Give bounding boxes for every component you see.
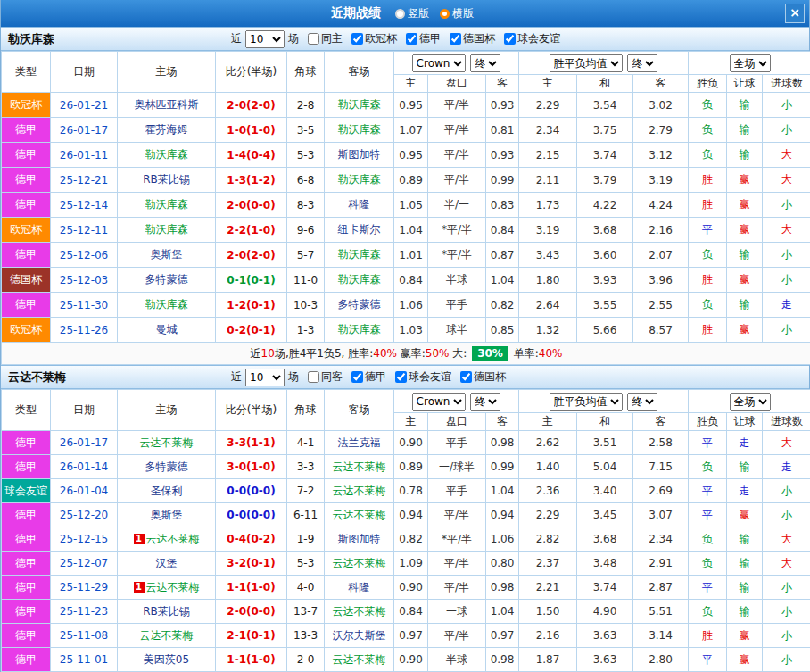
match-row: 欧冠杯25-12-11勒沃库森2-2(1-0)9-6纽卡斯尔1.04*平/半0.… [2,218,810,243]
goals-result: 小 [763,503,810,527]
team-name-link[interactable]: 云达不莱梅 [333,653,386,666]
handicap-result: 赢 [727,503,763,527]
team-name-link[interactable]: 勒沃库森 [338,123,381,136]
team-name-link[interactable]: 斯图加特 [338,533,381,545]
league-filter[interactable]: 德甲 [406,31,441,46]
team-name-link[interactable]: 美因茨05 [144,653,189,666]
team-name-link[interactable]: 奥林匹亚科斯 [135,98,199,111]
match-row: 德甲25-12-06奥斯堡2-0(2-0)5-7勒沃库森1.01*平/半0.87… [2,243,810,268]
league-filter-checkbox[interactable] [406,33,417,45]
layout-option-horizontal-label[interactable]: 横版 [452,6,474,21]
radio-selected-icon[interactable] [440,9,450,19]
team-name-link[interactable]: 云达不莱梅 [333,460,386,473]
match-count-select[interactable]: 10 [245,369,285,386]
opponent-team-cell: 美因茨05 [118,648,216,672]
team-name-link[interactable]: 勒沃库森 [145,198,188,211]
team-name-link[interactable]: 多特蒙德 [145,273,188,286]
team-name-link[interactable]: 奥斯堡 [151,248,183,261]
league-filter-checkbox[interactable] [395,371,407,383]
avg-home-odds: 2.37 [519,552,577,576]
league-filter-checkbox[interactable] [460,371,472,383]
same-venue-filter-checkbox[interactable] [308,33,319,45]
team-name-link[interactable]: 云达不莱梅 [333,557,386,569]
league-filter[interactable]: 球会友谊 [395,369,451,385]
team-name-link[interactable]: 勒沃库森 [145,298,188,311]
opponent-team-cell: 曼城 [118,318,216,343]
team-name-link[interactable]: 云达不莱梅 [146,581,200,593]
league-filter-checkbox[interactable] [504,33,516,45]
layout-option-horizontal[interactable]: 横版 [440,6,474,21]
league-filter[interactable]: 德国杯 [450,31,495,46]
team-name-link[interactable]: 斯图加特 [338,148,381,161]
team-name-link[interactable]: RB莱比锡 [143,173,190,186]
team-name-link[interactable]: 云达不莱梅 [333,485,386,497]
subcol-goals-result: 进球数 [763,75,810,93]
team-name-link[interactable]: 云达不莱梅 [140,436,194,449]
avg-draw-odds: 3.51 [577,431,633,455]
team-name-link[interactable]: 汉堡 [156,557,178,569]
team-name-link[interactable]: 沃尔夫斯堡 [333,629,386,642]
team-name-link[interactable]: 勒沃库森 [338,98,381,111]
league-filter[interactable]: 德国杯 [460,369,506,385]
league-filter-checkbox[interactable] [450,33,461,45]
league-filter[interactable]: 球会友谊 [504,31,560,46]
team-name-link[interactable]: 圣保利 [151,485,183,497]
same-venue-filter-checkbox[interactable] [308,371,319,383]
league-badge: 欧冠杯 [2,218,51,243]
team-name-link[interactable]: 勒沃库森 [338,323,381,336]
team-name-link[interactable]: 勒沃库森 [145,148,188,161]
odds-company-select[interactable]: Crown [412,393,466,411]
match-row: 球会友谊26-01-04圣保利0-0(0-0)7-2云达不莱梅0.78平手1.0… [2,479,810,503]
near-label: 近 [231,369,242,385]
team-name-link[interactable]: 勒沃库森 [338,273,381,286]
match-row: 德甲26-01-17云达不莱梅3-3(1-1)4-1法兰克福0.90平手0.98… [2,431,810,455]
layout-option-vertical-label[interactable]: 竖版 [408,6,429,21]
team-name-link[interactable]: 云达不莱梅 [333,605,386,618]
odds-home: 1.01 [394,243,428,268]
odds-company-select[interactable]: Crown [412,54,466,72]
goals-result: 小 [763,268,810,293]
match-date: 25-11-30 [51,293,118,318]
match-count-select[interactable]: 10 [245,30,285,48]
same-venue-filter[interactable]: 同客 [308,369,343,385]
corners: 3-3 [287,455,325,479]
team-name-link[interactable]: 云达不莱梅 [333,509,386,521]
team-name-link[interactable]: RB莱比锡 [143,605,190,618]
odds-final-select[interactable]: 终 [470,393,500,411]
odds-home: 1.07 [394,118,428,143]
avg-odds-select[interactable]: 胜平负均值 [550,393,623,411]
team-name-link[interactable]: 多特蒙德 [145,460,188,473]
team-name-link[interactable]: 纽卡斯尔 [338,223,381,236]
avg-final-select[interactable]: 终 [627,393,657,411]
team-name-link[interactable]: 奥斯堡 [151,509,183,521]
league-filter[interactable]: 欧冠杯 [351,31,397,46]
avg-odds-select[interactable]: 胜平负均值 [550,54,623,72]
team-name-link[interactable]: 曼城 [156,323,178,336]
team-name-link[interactable]: 勒沃库森 [338,248,381,261]
scope-select[interactable]: 全场 [730,393,771,411]
league-filter-checkbox[interactable] [351,33,363,45]
same-venue-filter[interactable]: 同主 [308,31,343,46]
radio-unselected-icon[interactable] [395,9,405,19]
team-name-link[interactable]: 勒沃库森 [338,173,381,186]
team-name-link[interactable]: 法兰克福 [338,436,381,449]
result: 平 [689,648,727,672]
league-filter[interactable]: 德甲 [351,369,386,385]
odds-final-select[interactable]: 终 [470,54,500,72]
team-name-link[interactable]: 霍芬海姆 [145,123,188,136]
section-header-bar: 勒沃库森 近10场同主欧冠杯德甲德国杯球会友谊 [1,27,809,51]
odds-home: 1.03 [394,318,428,343]
league-filter-checkbox[interactable] [351,371,363,383]
team-name-link[interactable]: 云达不莱梅 [146,533,200,545]
team-name-link[interactable]: 科隆 [349,581,370,593]
score: 1-1(1-0) [216,576,287,600]
team-name-link[interactable]: 勒沃库森 [145,223,188,236]
layout-option-vertical[interactable]: 竖版 [395,6,429,21]
close-button[interactable]: × [785,4,805,23]
team-name-link[interactable]: 多特蒙德 [338,298,381,311]
team-name-link[interactable]: 科隆 [349,198,370,211]
avg-draw-odds: 3.63 [577,624,633,648]
scope-select[interactable]: 全场 [730,54,771,72]
team-name-link[interactable]: 云达不莱梅 [140,629,194,642]
avg-final-select[interactable]: 终 [627,54,657,72]
